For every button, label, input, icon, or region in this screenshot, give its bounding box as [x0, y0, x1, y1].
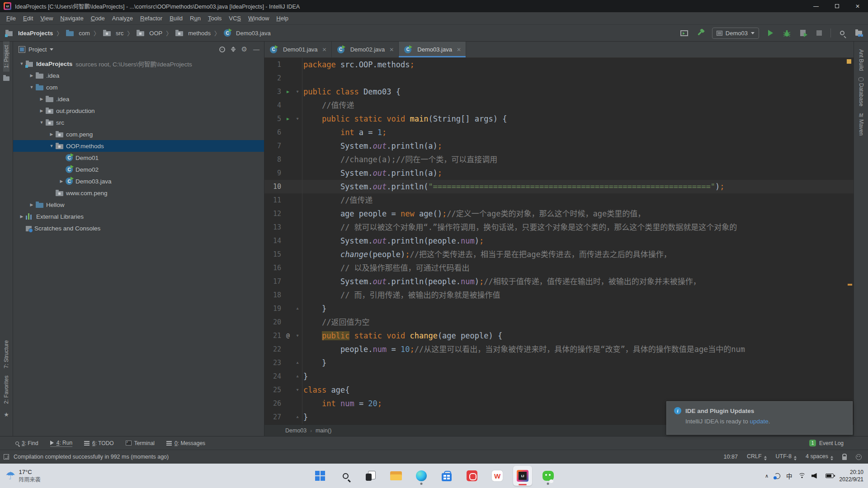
fold-open-icon[interactable]: ▿ [293, 383, 302, 397]
update-link[interactable]: update [750, 418, 769, 425]
tree-row-out-production[interactable]: ▶out.production [13, 105, 264, 117]
tree-row-ideaprojects[interactable]: ▼IdeaProjectssources root, C:\Users\何智鹏\… [13, 58, 264, 70]
search-everywhere-icon[interactable] [837, 28, 847, 38]
sidebar-tab-project[interactable]: 1: Project [3, 42, 9, 72]
tree-row-demo02[interactable]: Demo02 [13, 164, 264, 175]
tray-clock[interactable]: 20:10 2022/9/21 [840, 469, 863, 483]
menu-item-navigate[interactable]: Navigate [57, 15, 87, 22]
close-icon[interactable]: ✕ [389, 47, 394, 53]
annotation-gutter-icon[interactable]: @ [283, 329, 293, 343]
stop-button[interactable] [814, 28, 824, 38]
code-line-11[interactable]: 11 //值传递 [264, 193, 854, 207]
breadcrumb-item-methods[interactable]: methods [175, 30, 211, 37]
debug-button[interactable] [782, 28, 792, 38]
tree-collapsed-arrow-icon[interactable]: ▶ [28, 202, 36, 207]
close-icon[interactable]: ✕ [457, 47, 461, 53]
taskbar-search-button[interactable] [336, 466, 355, 486]
taskbar-edge-button[interactable] [412, 466, 431, 486]
code-line-22[interactable]: 22 people.num = 10;//从这里可以看出，当对象被传进来时，具体… [264, 343, 854, 356]
weather-widget[interactable]: ☂ 17°C 阵雨来袭 [5, 469, 41, 483]
breadcrumb-item-src[interactable]: src [103, 30, 123, 37]
close-button[interactable]: ✕ [847, 0, 868, 12]
code-line-16[interactable]: 16 // 以及操作那些值，可通过代码看出 [264, 261, 854, 275]
tree-collapsed-arrow-icon[interactable]: ▶ [57, 179, 66, 183]
menu-item-view[interactable]: View [37, 15, 57, 22]
indent-select[interactable]: 4 spaces [806, 453, 833, 460]
menu-item-help[interactable]: Help [273, 15, 292, 22]
code-line-8[interactable]: 8 //change(a);//同在一个类，可以直接调用 [264, 153, 854, 166]
run-gutter-icon[interactable]: ▶ [283, 112, 293, 126]
volume-icon[interactable] [811, 473, 817, 479]
fold-close-icon[interactable]: ▵ [293, 356, 302, 370]
tree-expanded-arrow-icon[interactable]: ▼ [47, 144, 56, 148]
project-tab-folder-icon[interactable] [3, 76, 9, 81]
code-line-18[interactable]: 18 // 而，引用传递，被输出的对象就是被操作值 [264, 288, 854, 302]
taskbar-start-button[interactable] [311, 466, 330, 486]
tree-expanded-arrow-icon[interactable]: ▼ [18, 61, 26, 66]
tree-row-hellow[interactable]: ▶Hellow [13, 199, 264, 211]
code-line-25[interactable]: 25▿class age{ [264, 383, 854, 397]
code-line-24[interactable]: 24▵} [264, 370, 854, 383]
breadcrumb-item-ideaprojects[interactable]: IdeaProjects [5, 30, 53, 37]
code-line-9[interactable]: 9 System.out.println(a); [264, 166, 854, 180]
run-configuration-select[interactable]: Demo03 [712, 28, 759, 39]
code-line-17[interactable]: 17 System.out.println(people.num);//相较于值… [264, 275, 854, 288]
tray-expand-icon[interactable]: ∧ [765, 473, 769, 479]
toolwindow-run-icon[interactable] [679, 28, 689, 38]
code-editor[interactable]: 1package src.OOP.methods;23▶▿public clas… [264, 58, 854, 424]
fold-close-icon[interactable]: ▵ [293, 370, 302, 383]
close-icon[interactable]: ✕ [322, 47, 327, 53]
hide-panel-icon[interactable]: — [253, 46, 259, 53]
code-line-1[interactable]: 1package src.OOP.methods; [264, 58, 854, 71]
tree-row-scratches-and-consoles[interactable]: Scratches and Consoles [13, 222, 264, 234]
code-line-21[interactable]: 21@▿ public static void change(age peopl… [264, 329, 854, 343]
tree-collapsed-arrow-icon[interactable]: ▶ [47, 132, 56, 136]
sidebar-tab-favorites[interactable]: 2: Favorites [3, 372, 9, 408]
tree-row-www-com-peng[interactable]: www.com.peng [13, 187, 264, 199]
breadcrumb-file[interactable]: Demo03 [285, 427, 307, 434]
run-button[interactable] [765, 28, 775, 38]
code-line-15[interactable]: 15 change(people);//把这个类传进去，相当于是在把age类传进… [264, 248, 854, 261]
tree-row-oop-methods[interactable]: ▼OOP.methods [13, 140, 264, 152]
minimize-button[interactable]: — [806, 0, 826, 12]
tree-collapsed-arrow-icon[interactable]: ▶ [18, 214, 26, 219]
run-gutter-icon[interactable]: ▶ [283, 85, 293, 99]
taskbar-explorer-button[interactable] [387, 466, 406, 486]
tree-row-external-libraries[interactable]: ▶External Libraries [13, 211, 264, 222]
tree-expanded-arrow-icon[interactable]: ▼ [38, 120, 46, 125]
menu-item-window[interactable]: Window [245, 15, 273, 22]
toolwindow-terminal[interactable]: Terminal [126, 440, 155, 446]
toolwindow-0-messages[interactable]: 0: Messages [166, 440, 205, 446]
favorites-star-icon[interactable]: ★ [4, 411, 9, 418]
code-line-19[interactable]: 19▵ } [264, 302, 854, 315]
tree-row-com-peng[interactable]: ▶com.peng [13, 128, 264, 140]
tree-row-demo01[interactable]: Demo01 [13, 152, 264, 164]
maximize-button[interactable] [826, 0, 847, 12]
tree-expanded-arrow-icon[interactable]: ▼ [28, 85, 36, 89]
menu-item-tools[interactable]: Tools [204, 15, 225, 22]
run-with-coverage-button[interactable] [798, 28, 808, 38]
tab-demo02.java[interactable]: Demo02.java✕ [332, 42, 399, 57]
menu-item-analyze[interactable]: Analyze [108, 15, 137, 22]
code-line-10[interactable]: 10 System.out.println("=================… [264, 180, 854, 193]
taskbar-store-button[interactable] [437, 466, 456, 486]
sidebar-tab-ant-build[interactable]: Ant Build [858, 46, 864, 74]
breadcrumb-member[interactable]: main() [316, 427, 331, 434]
fold-open-icon[interactable]: ▿ [293, 85, 302, 99]
sidebar-tab-structure[interactable]: 7: Structure [3, 337, 9, 372]
project-structure-icon[interactable] [854, 28, 863, 38]
unlock-icon[interactable] [842, 456, 847, 460]
taskbar-wechat-button[interactable] [538, 466, 557, 486]
sidebar-tab-maven[interactable]: MMaven [858, 109, 864, 139]
code-line-13[interactable]: 13 // 就可以被这个对象用“.”操作符调用，换句话说，只要这个对象是这个类的… [264, 221, 854, 234]
tree-row-demo03-java[interactable]: ▶Demo03.java [13, 175, 264, 187]
fold-close-icon[interactable]: ▵ [293, 302, 302, 315]
caret-position[interactable]: 10:87 [724, 454, 738, 460]
taskbar-wps-button[interactable]: W [488, 466, 507, 486]
toolwindow-6-todo[interactable]: 6: TODO [84, 440, 114, 446]
menu-item-vcs[interactable]: VCS [225, 15, 245, 22]
battery-icon[interactable] [826, 474, 834, 478]
toolwindow-toggle-icon[interactable] [4, 454, 9, 460]
collapse-all-icon[interactable] [231, 47, 236, 52]
encoding-select[interactable]: UTF-8 [776, 453, 797, 460]
